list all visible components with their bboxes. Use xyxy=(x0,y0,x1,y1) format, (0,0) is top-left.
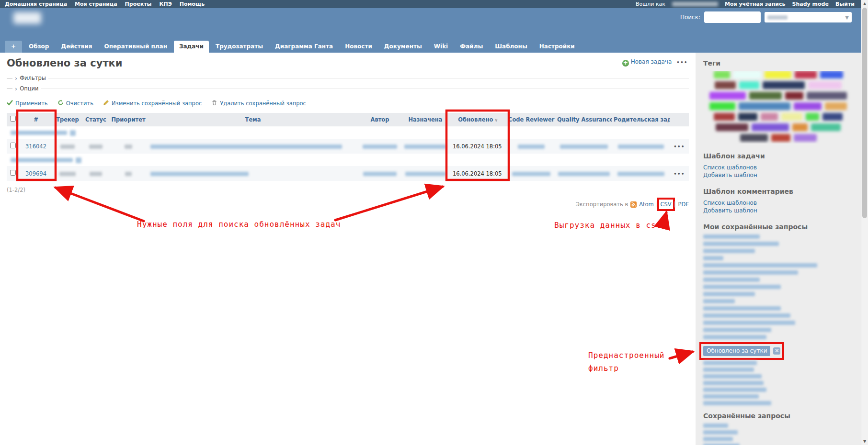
tag-pill[interactable] xyxy=(733,71,761,78)
tab-файлы[interactable]: Файлы xyxy=(455,41,488,53)
saved-query-item-blurred[interactable] xyxy=(703,394,759,399)
tag-pill[interactable] xyxy=(709,92,746,100)
project-jump-select[interactable]: ▼ xyxy=(765,12,852,22)
options-toggle[interactable]: › Опции xyxy=(7,83,689,94)
new-issue-button[interactable]: +Новая задача xyxy=(622,58,672,67)
blurred-subject-link[interactable] xyxy=(150,172,249,176)
tag-pill[interactable] xyxy=(740,134,768,142)
tab-оперативный-план[interactable]: Оперативный план xyxy=(99,41,172,53)
tag-pill[interactable] xyxy=(716,123,748,131)
tab-документы[interactable]: Документы xyxy=(379,41,427,53)
filters-toggle[interactable]: › Фильтры xyxy=(7,73,689,83)
saved-query-item-blurred[interactable] xyxy=(703,367,754,372)
saved-query-item-blurred[interactable] xyxy=(703,306,781,311)
saved-query-item-blurred[interactable] xyxy=(703,270,798,275)
export-atom-link[interactable]: Atom xyxy=(639,201,653,208)
saved-query-item-blurred[interactable] xyxy=(703,242,779,246)
saved-query-item-blurred[interactable] xyxy=(703,249,755,253)
tag-pill[interactable] xyxy=(761,113,778,121)
topbar-item-моя-страница[interactable]: Моя страница xyxy=(75,1,117,7)
column-header-quality-assurance[interactable]: Quality Assurance xyxy=(556,113,612,126)
tag-pill[interactable] xyxy=(752,123,789,131)
column-header-обновлено[interactable]: Обновлено∨ xyxy=(449,113,507,126)
column-header-code-reviewer[interactable]: Code Reviewer xyxy=(507,113,556,126)
saved-query-item-blurred[interactable] xyxy=(703,321,795,325)
search-input[interactable] xyxy=(704,11,761,23)
column-header-тема[interactable]: Тема xyxy=(148,113,358,126)
tag-pill[interactable] xyxy=(794,102,822,110)
saved-query-item-blurred[interactable] xyxy=(703,234,760,239)
export-pdf-link[interactable]: PDF xyxy=(678,201,689,208)
tab-трудозатраты[interactable]: Трудозатраты xyxy=(210,41,268,53)
column-header-статус[interactable]: Статус xyxy=(82,113,109,126)
export-csv-link[interactable]: CSV xyxy=(661,201,672,208)
scroll-down-icon[interactable]: ▼ xyxy=(861,439,868,444)
tag-pill[interactable] xyxy=(739,102,790,110)
toolbar-pencil-button[interactable]: Изменить сохранённый запрос xyxy=(103,100,202,107)
toolbar-trash-button[interactable]: Удалить сохранённый запрос xyxy=(211,100,306,107)
saved-query-item-blurred[interactable] xyxy=(703,335,766,339)
saved-query-item-blurred[interactable] xyxy=(703,361,757,365)
selected-query-chip[interactable]: Обновлено за сутки xyxy=(703,346,770,356)
tag-pill[interactable] xyxy=(807,92,847,100)
column-header-родительская-задача[interactable]: Родительская задача xyxy=(612,113,670,126)
more-actions-button[interactable]: ••• xyxy=(676,60,688,65)
tag-pill[interactable] xyxy=(795,71,817,78)
tag-pill[interactable] xyxy=(820,71,843,78)
tab-действия[interactable]: Действия xyxy=(56,41,97,53)
topbar-item-выйти[interactable]: Выйти xyxy=(835,1,855,7)
saved-query-item-blurred[interactable] xyxy=(703,292,755,296)
row-actions-button[interactable]: ••• xyxy=(674,171,685,177)
blurred-subject-link[interactable] xyxy=(150,145,342,149)
tag-pill[interactable] xyxy=(825,102,847,110)
tab-новости[interactable]: Новости xyxy=(340,41,377,53)
sidebar-link-добавить-шаблон[interactable]: Добавить шаблон xyxy=(703,207,853,214)
saved-query-item-blurred[interactable] xyxy=(703,263,817,267)
issue-id-link[interactable]: 309694 xyxy=(25,170,46,177)
tag-pill[interactable] xyxy=(763,81,805,89)
tag-pill[interactable] xyxy=(749,92,782,100)
tab-диаграмма-ганта[interactable]: Диаграмма Ганта xyxy=(270,41,338,53)
saved-query-item-blurred[interactable] xyxy=(703,256,723,260)
column-header-автор[interactable]: Автор xyxy=(358,113,401,126)
toolbar-check-button[interactable]: Применить xyxy=(7,100,48,107)
tag-pill[interactable] xyxy=(806,113,819,121)
saved-query-item-blurred[interactable] xyxy=(703,313,790,318)
tag-pill[interactable] xyxy=(822,113,843,121)
saved-query-item-blurred[interactable] xyxy=(703,401,771,405)
topbar-item-shady-mode[interactable]: Shady mode xyxy=(792,1,828,7)
row-checkbox[interactable] xyxy=(10,170,16,176)
saved-query-item-blurred[interactable] xyxy=(703,437,733,441)
tag-pill[interactable] xyxy=(709,102,735,110)
saved-query-item-blurred[interactable] xyxy=(703,374,762,378)
saved-query-item-blurred[interactable] xyxy=(703,328,771,332)
tag-pill[interactable] xyxy=(738,113,757,121)
tab-задачи[interactable]: Задачи xyxy=(174,41,209,53)
sidebar-link-список-шаблонов[interactable]: Список шаблонов xyxy=(703,199,853,207)
tag-pill[interactable] xyxy=(808,81,842,89)
close-icon[interactable]: × xyxy=(773,347,780,355)
tab-шаблоны[interactable]: Шаблоны xyxy=(490,41,532,53)
saved-query-item-blurred[interactable] xyxy=(703,423,728,428)
topbar-item-моя-учётная-запись[interactable]: Моя учётная запись xyxy=(725,1,785,7)
saved-query-item-blurred[interactable] xyxy=(703,430,738,434)
tag-pill[interactable] xyxy=(792,123,808,131)
column-header-#[interactable]: # xyxy=(19,113,53,126)
tag-pill[interactable] xyxy=(715,81,736,89)
tag-pill[interactable] xyxy=(794,134,817,142)
topbar-item-домашняя-страница[interactable]: Домашняя страница xyxy=(5,1,67,7)
scrollbar-thumb[interactable] xyxy=(862,8,867,218)
tab-обзор[interactable]: Обзор xyxy=(23,41,54,53)
scroll-up-icon[interactable]: ▲ xyxy=(861,1,868,6)
topbar-item-проекты[interactable]: Проекты xyxy=(125,1,152,7)
tag-pill[interactable] xyxy=(714,113,735,121)
sidebar-link-список-шаблонов[interactable]: Список шаблонов xyxy=(703,164,853,171)
tab-wiki[interactable]: Wiki xyxy=(429,41,453,53)
topbar-item-кпэ[interactable]: КПЭ xyxy=(159,1,171,7)
toolbar-reload-button[interactable]: Очистить xyxy=(57,100,93,107)
sidebar-link-добавить-шаблон[interactable]: Добавить шаблон xyxy=(703,171,853,179)
column-header-трекер[interactable]: Трекер xyxy=(53,113,82,126)
row-actions-button[interactable]: ••• xyxy=(674,144,685,149)
tag-pill[interactable] xyxy=(811,123,841,131)
saved-query-item-blurred[interactable] xyxy=(703,381,764,385)
